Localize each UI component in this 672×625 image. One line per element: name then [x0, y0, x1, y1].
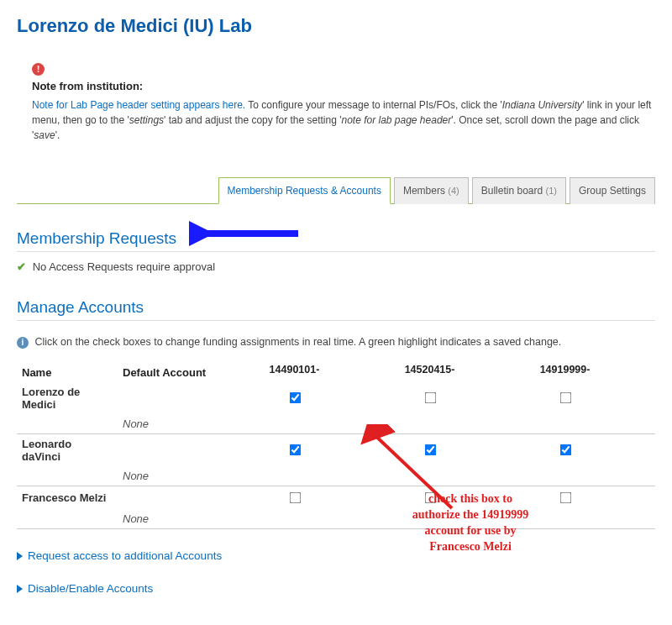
no-requests-status: ✔ No Access Requests require approval — [17, 260, 655, 273]
account-checkbox[interactable] — [289, 392, 301, 404]
col-name: Name — [17, 360, 118, 382]
check-icon: ✔ — [17, 260, 26, 273]
account-checkbox[interactable] — [424, 444, 436, 456]
note-from-institution-body: Note for Lab Page header setting appears… — [32, 97, 655, 143]
tab-group-settings[interactable]: Group Settings — [570, 177, 655, 204]
tab-bulletin-board[interactable]: Bulletin board (1) — [472, 177, 566, 204]
disable-enable-accounts-link[interactable]: Disable/Enable Accounts — [17, 582, 655, 595]
col-account-2: 14919999- — [497, 360, 633, 382]
col-account-0: 14490101- — [227, 360, 362, 382]
table-row-default: None — [17, 414, 655, 434]
tab-membership-requests[interactable]: Membership Requests & Accounts — [218, 177, 391, 204]
red-callout-text: check this box to authorize the 14919999… — [403, 491, 538, 555]
table-row: Lorenzo de Medici — [17, 382, 655, 414]
row-name: Lorenzo de Medici — [17, 382, 118, 414]
table-row: Francesco Melzi — [17, 486, 655, 509]
tab-bar: Membership Requests & Accounts Members (… — [17, 176, 655, 204]
chevron-right-icon — [17, 552, 23, 560]
manage-accounts-info: i Click on the check boxes to change fun… — [17, 336, 655, 349]
account-checkbox[interactable] — [289, 444, 301, 456]
accounts-table: Name Default Account 14490101- 14520415-… — [17, 360, 655, 529]
default-account-value: None — [118, 466, 227, 486]
tab-members[interactable]: Members (4) — [394, 177, 469, 204]
manage-accounts-heading: Manage Accounts — [17, 298, 655, 321]
account-checkbox[interactable] — [559, 392, 571, 404]
table-row: Leonardo daVinci — [17, 433, 655, 466]
note-header-setting-link[interactable]: Note for Lab Page header setting appears… — [32, 99, 245, 111]
membership-requests-heading: Membership Requests — [17, 229, 655, 252]
account-checkbox[interactable] — [559, 491, 571, 503]
page-title: Lorenzo de Medici (IU) Lab — [17, 15, 655, 37]
alert-icon: ! — [32, 63, 45, 76]
table-row-default: None — [17, 466, 655, 486]
default-account-value: None — [118, 509, 227, 529]
info-icon: i — [17, 337, 29, 349]
col-default-account: Default Account — [118, 360, 227, 382]
table-row-default: None — [17, 509, 655, 529]
default-account-value: None — [118, 414, 227, 434]
request-additional-accounts-link[interactable]: Request access to additional Accounts — [17, 549, 655, 562]
account-checkbox[interactable] — [559, 444, 571, 456]
chevron-right-icon — [17, 585, 23, 593]
row-name: Francesco Melzi — [17, 486, 118, 509]
account-checkbox[interactable] — [289, 491, 301, 503]
note-from-institution-label: Note from institution: — [32, 80, 655, 92]
account-checkbox[interactable] — [424, 392, 436, 404]
row-name: Leonardo daVinci — [17, 433, 118, 466]
col-account-1: 14520415- — [362, 360, 497, 382]
